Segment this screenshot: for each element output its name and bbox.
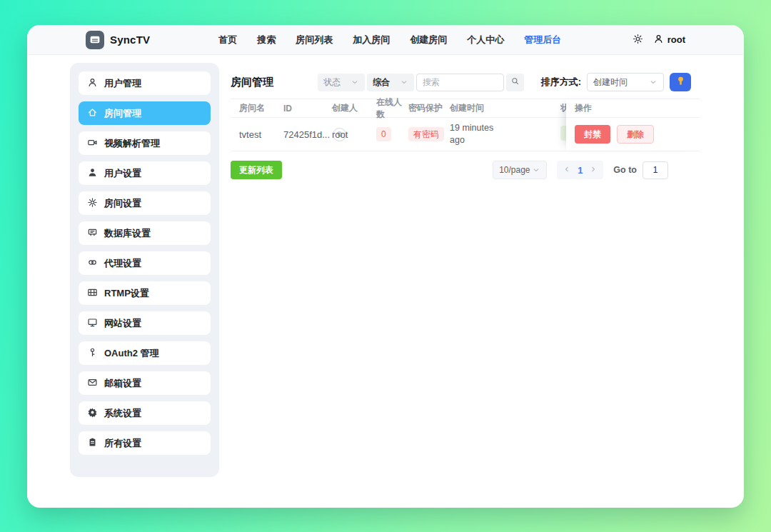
status-filter-select[interactable]: 状态	[318, 74, 365, 91]
sidebar-item-user-management[interactable]: 用户管理	[79, 71, 211, 95]
sidebar-item-label: 视频解析管理	[104, 137, 160, 150]
ban-button[interactable]: 封禁	[575, 125, 610, 144]
sort-area: 排序方式: 创建时间	[541, 73, 691, 91]
nav-link-search[interactable]: 搜索	[257, 34, 276, 46]
table-footer: 更新列表 10/page 1 Go to	[231, 161, 700, 179]
brand[interactable]: SyncTV	[86, 31, 150, 49]
col-header-online: 在线人数	[376, 96, 408, 121]
search-input[interactable]	[416, 74, 504, 91]
sidebar-item-email-settings[interactable]: 邮箱设置	[79, 371, 211, 395]
top-navbar: SyncTV 首页 搜索 房间列表 加入房间 创建房间 个人中心 管理后台	[27, 25, 744, 55]
nav-link-profile[interactable]: 个人中心	[467, 34, 504, 46]
password-badge: 有密码	[408, 127, 444, 141]
col-header-actions: 操作	[566, 99, 700, 118]
search-icon	[510, 76, 520, 88]
next-page-button[interactable]	[589, 165, 598, 176]
goto-page-input[interactable]	[642, 161, 668, 179]
sidebar-item-site-settings[interactable]: 网站设置	[79, 311, 211, 335]
gear-icon	[87, 197, 98, 210]
sidebar-item-proxy-settings[interactable]: 代理设置	[79, 251, 211, 275]
mail-icon	[87, 377, 98, 390]
user-menu[interactable]: root	[653, 34, 685, 46]
chevron-down-icon	[400, 78, 408, 86]
pagination: 1	[557, 161, 603, 179]
cell-created-time: 19 minutes ago	[450, 122, 560, 147]
sidebar-item-all-settings[interactable]: 所有设置	[79, 431, 211, 455]
sidebar-item-oauth2[interactable]: OAuth2 管理	[79, 341, 211, 365]
category-filter-select[interactable]: 综合	[367, 74, 414, 91]
nav-link-home[interactable]: 首页	[218, 34, 237, 46]
refresh-list-button[interactable]: 更新列表	[231, 161, 282, 179]
cell-actions: 封禁 删除	[566, 118, 700, 151]
home-icon	[87, 107, 98, 120]
nav-link-create-room[interactable]: 创建房间	[410, 34, 447, 46]
chevron-left-icon	[563, 165, 571, 176]
person-icon	[653, 34, 664, 46]
database-board-icon	[87, 227, 98, 240]
content-layout: 用户管理 房间管理 视频解析管理 用户设置 房间设置 数据库设置	[27, 55, 744, 477]
sidebar-item-room-management[interactable]: 房间管理	[79, 101, 211, 125]
toolbar: 房间管理 状态 综合 排序方式:	[231, 72, 700, 92]
sidebar-item-database-settings[interactable]: 数据库设置	[79, 221, 211, 245]
sidebar-item-label: 房间管理	[104, 107, 141, 120]
sort-field-value: 创建时间	[593, 76, 628, 89]
created-time-text: 19 minutes ago	[450, 122, 503, 147]
rooms-table: 房间名 ID 创建人 在线人数 密码保护 创建时间 状态 tvtest 7242…	[231, 99, 700, 151]
sidebar-item-room-settings[interactable]: 房间设置	[79, 191, 211, 215]
nav-link-room-list[interactable]: 房间列表	[296, 34, 333, 46]
video-camera-icon	[87, 137, 98, 150]
search-button[interactable]	[506, 74, 524, 91]
sidebar-item-rtmp-settings[interactable]: RTMP设置	[79, 281, 211, 305]
sidebar-item-label: 数据库设置	[104, 227, 151, 240]
action-column-sticky: 操作 封禁 删除	[566, 99, 700, 151]
chevron-down-icon	[649, 78, 657, 86]
sidebar-item-user-settings[interactable]: 用户设置	[79, 161, 211, 185]
cell-room-id: 72425f1d...	[283, 128, 332, 141]
synctv-logo-icon	[86, 31, 104, 49]
col-header-created: 创建时间	[450, 102, 560, 114]
nav-link-admin[interactable]: 管理后台	[524, 34, 561, 46]
key-icon	[87, 347, 98, 360]
sidebar-item-label: RTMP设置	[104, 287, 149, 300]
nav-link-join-room[interactable]: 加入房间	[353, 34, 390, 46]
online-count-badge: 0	[376, 127, 391, 141]
sort-field-select[interactable]: 创建时间	[587, 73, 664, 91]
filter-group: 状态 综合	[318, 74, 524, 91]
col-header-creator: 创建人	[332, 102, 376, 114]
cell-creator: root	[332, 129, 376, 140]
per-page-select[interactable]: 10/page	[493, 161, 547, 179]
sun-icon	[633, 34, 643, 46]
cell-password: 有密码	[408, 127, 450, 141]
main-panel: 房间管理 状态 综合 排序方式:	[231, 63, 700, 477]
sort-direction-button[interactable]	[670, 73, 691, 91]
cell-room-name: tvtest	[231, 129, 283, 140]
goto-label: Go to	[613, 165, 637, 175]
gear-filled-icon	[87, 407, 98, 420]
sidebar-item-label: 用户管理	[104, 77, 141, 90]
app-window: SyncTV 首页 搜索 房间列表 加入房间 创建房间 个人中心 管理后台	[27, 25, 744, 508]
col-header-password: 密码保护	[408, 102, 450, 114]
cell-online-count: 0	[376, 127, 408, 141]
username: root	[667, 34, 685, 45]
page-title: 房间管理	[231, 76, 273, 89]
col-header-id: ID	[283, 104, 332, 114]
film-grid-icon	[87, 287, 98, 300]
theme-toggle-button[interactable]	[633, 34, 643, 46]
sidebar-item-video-parse[interactable]: 视频解析管理	[79, 131, 211, 155]
sidebar-item-label: 网站设置	[104, 317, 141, 330]
delete-button[interactable]: 删除	[617, 125, 654, 144]
brand-name: SyncTV	[110, 34, 150, 46]
user-icon	[87, 77, 98, 90]
navbar-right: root	[633, 34, 685, 46]
sidebar-item-label: 代理设置	[104, 257, 141, 270]
current-page[interactable]: 1	[578, 165, 583, 176]
prev-page-button[interactable]	[563, 165, 571, 176]
sidebar-item-label: 系统设置	[104, 407, 141, 420]
status-filter-value: 状态	[323, 76, 341, 89]
hand-pointing-down-icon	[675, 76, 686, 89]
chevron-right-icon	[589, 165, 598, 176]
chevron-down-icon	[351, 78, 359, 86]
category-filter-value: 综合	[373, 76, 390, 89]
sidebar-item-system-settings[interactable]: 系统设置	[79, 401, 211, 425]
sidebar-item-label: OAuth2 管理	[104, 347, 159, 360]
